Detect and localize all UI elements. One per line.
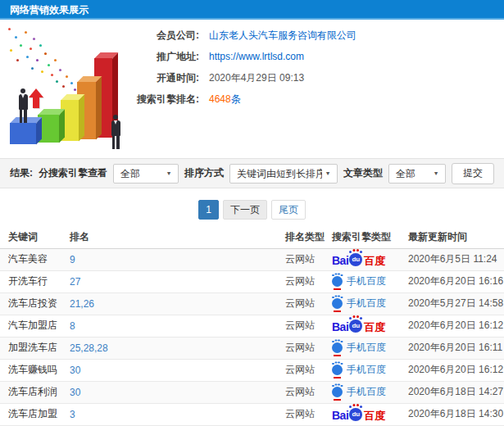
rank-link[interactable]: 27 bbox=[70, 276, 80, 288]
open-time-value: 2020年4月29日 09:13 bbox=[209, 71, 304, 85]
businessman-figure-right bbox=[110, 115, 121, 149]
table-row: 加盟洗车店 25,28,28 云网站 手机百度 2020年6月20日 16:11 bbox=[0, 337, 504, 359]
rank-link[interactable]: 8 bbox=[70, 320, 75, 332]
baidu-paw-icon bbox=[332, 387, 343, 397]
page-title: 网络营销效果展示 bbox=[10, 4, 89, 16]
keyword-cell: 汽车美容 bbox=[0, 248, 70, 270]
baidu-paw-icon bbox=[332, 276, 343, 287]
rank-type-cell: 云网站 bbox=[285, 403, 332, 425]
filter-controls: 分搜索引擎查看 全部 排序方式 关键词由短到长排序 文章类型 全部 提交 bbox=[39, 163, 494, 184]
marketing-chart-graphic bbox=[0, 23, 148, 156]
col-rank-type: 排名类型 bbox=[285, 227, 332, 248]
rank-type-cell: 云网站 bbox=[285, 292, 332, 315]
keyword-cell: 加盟洗车店 bbox=[0, 337, 70, 359]
baidu-paw-icon bbox=[332, 365, 343, 375]
bar-blue bbox=[10, 123, 36, 144]
results-table: 关键词 排名 排名类型 搜索引擎类型 最新更新时间 汽车美容 9 云网站 Bai… bbox=[0, 227, 504, 426]
table-row: 开洗车行 27 云网站 手机百度 2020年6月20日 16:16 bbox=[0, 270, 504, 292]
businessman-figure-left bbox=[17, 88, 29, 123]
rank-type-cell: 云网站 bbox=[285, 381, 332, 403]
up-arrow-icon bbox=[29, 88, 43, 108]
baidu-logo: Baidu百度 bbox=[332, 408, 385, 421]
pagination: 1 下一页 尾页 bbox=[0, 200, 504, 220]
mobile-baidu-logo: 手机百度 bbox=[332, 385, 386, 399]
update-time-cell: 2020年5月27日 14:58 bbox=[408, 292, 504, 315]
rank-type-cell: 云网站 bbox=[285, 337, 332, 359]
rank-link[interactable]: 21,26 bbox=[70, 298, 94, 310]
result-filter-bar: 结果: 分搜索引擎查看 全部 排序方式 关键词由短到长排序 文章类型 全部 提交 bbox=[0, 158, 504, 188]
table-row: 洗车店加盟 3 云网站 Baidu百度 2020年6月18日 14:30 bbox=[0, 403, 504, 425]
page-title-bar: 网络营销效果展示 bbox=[0, 0, 504, 20]
rank-type-cell: 云网站 bbox=[285, 270, 332, 292]
rank-type-cell: 云网站 bbox=[285, 359, 332, 381]
mobile-baidu-logo: 手机百度 bbox=[332, 274, 386, 288]
col-update-time: 最新更新时间 bbox=[408, 227, 504, 248]
table-row: 汽车美容 9 云网站 Baidu百度 2020年6月5日 11:24 bbox=[0, 248, 504, 270]
update-time-cell: 2020年6月20日 16:12 bbox=[408, 359, 504, 381]
baidu-paw-icon: du bbox=[349, 320, 362, 333]
last-page-button[interactable]: 尾页 bbox=[271, 200, 306, 220]
update-time-cell: 2020年6月20日 16:16 bbox=[408, 270, 504, 292]
keyword-cell: 开洗车行 bbox=[0, 270, 70, 292]
keyword-cell: 洗车店加盟 bbox=[0, 403, 70, 425]
promo-url-link[interactable]: https://www.lrtlsd.com bbox=[209, 51, 304, 62]
keyword-cell: 洗车赚钱吗 bbox=[0, 359, 70, 381]
baidu-paw-icon: du bbox=[349, 408, 362, 421]
rank-type-cell: 云网站 bbox=[285, 248, 332, 270]
next-page-button[interactable]: 下一页 bbox=[223, 200, 267, 220]
mobile-baidu-logo: 手机百度 bbox=[332, 363, 386, 377]
keyword-cell: 洗车店利润 bbox=[0, 381, 70, 403]
update-time-cell: 2020年6月18日 14:30 bbox=[408, 403, 504, 425]
baidu-paw-icon bbox=[332, 298, 343, 309]
engine-rank-unit: 条 bbox=[231, 93, 241, 105]
rank-link[interactable]: 3 bbox=[70, 409, 75, 420]
engine-filter-label: 分搜索引擎查看 bbox=[39, 166, 107, 180]
table-header-row: 关键词 排名 排名类型 搜索引擎类型 最新更新时间 bbox=[0, 227, 504, 248]
company-link[interactable]: 山东老人头汽车服务咨询有限公司 bbox=[209, 29, 356, 43]
col-engine-type: 搜索引擎类型 bbox=[332, 227, 408, 248]
col-keyword: 关键词 bbox=[0, 227, 70, 248]
baidu-logo: Baidu百度 bbox=[332, 320, 385, 333]
article-type-label: 文章类型 bbox=[343, 166, 383, 180]
col-rank: 排名 bbox=[70, 227, 285, 248]
baidu-paw-icon: du bbox=[349, 253, 362, 266]
member-info-panel: 会员公司: 山东老人头汽车服务咨询有限公司 推广地址: https://www.… bbox=[0, 20, 504, 158]
article-type-select[interactable]: 全部 bbox=[388, 164, 446, 184]
keyword-cell: 洗车店投资 bbox=[0, 292, 70, 315]
rank-link[interactable]: 25,28,28 bbox=[70, 342, 108, 354]
result-label: 结果: bbox=[10, 166, 33, 180]
engine-filter-select[interactable]: 全部 bbox=[113, 164, 179, 184]
update-time-cell: 2020年6月5日 11:24 bbox=[408, 248, 504, 270]
table-row: 洗车店利润 30 云网站 手机百度 2020年6月18日 14:27 bbox=[0, 381, 504, 403]
sort-filter-select[interactable]: 关键词由短到长排序 bbox=[229, 164, 338, 184]
rank-link[interactable]: 30 bbox=[70, 365, 80, 376]
rank-link[interactable]: 30 bbox=[70, 387, 80, 398]
page-1-button[interactable]: 1 bbox=[198, 200, 219, 220]
rank-link[interactable]: 9 bbox=[70, 254, 75, 265]
baidu-paw-icon bbox=[332, 342, 343, 353]
sort-filter-label: 排序方式 bbox=[184, 166, 224, 180]
update-time-cell: 2020年6月20日 16:12 bbox=[408, 315, 504, 337]
table-row: 汽车加盟店 8 云网站 Baidu百度 2020年6月20日 16:12 bbox=[0, 315, 504, 337]
table-row: 洗车赚钱吗 30 云网站 手机百度 2020年6月20日 16:12 bbox=[0, 359, 504, 381]
update-time-cell: 2020年6月20日 16:11 bbox=[408, 337, 504, 359]
baidu-logo: Baidu百度 bbox=[332, 253, 385, 266]
mobile-baidu-logo: 手机百度 bbox=[332, 297, 386, 310]
keyword-cell: 汽车加盟店 bbox=[0, 315, 70, 337]
mobile-baidu-logo: 手机百度 bbox=[332, 341, 386, 355]
confetti-dots bbox=[8, 28, 11, 30]
engine-rank-count: 4648 bbox=[209, 93, 231, 105]
update-time-cell: 2020年6月18日 14:27 bbox=[408, 381, 504, 403]
submit-button[interactable]: 提交 bbox=[452, 163, 494, 184]
table-row: 洗车店投资 21,26 云网站 手机百度 2020年5月27日 14:58 bbox=[0, 292, 504, 315]
rank-type-cell: 云网站 bbox=[285, 315, 332, 337]
